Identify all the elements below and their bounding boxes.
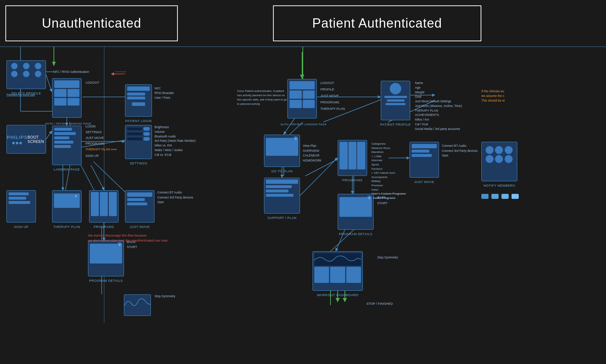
logout-auth-label: LOGOUT (320, 81, 334, 85)
programs-auth-screen: PROGRAMS (338, 140, 367, 176)
stop-symmetry-auth: Stop Symmetry (377, 256, 398, 260)
dot-1 (481, 194, 489, 199)
program-details-auth-screen: ✕ PROGRAM DETAILS (338, 194, 374, 230)
start-unauth-label: START (127, 245, 137, 249)
notify-label: NOTIFY MEMBERS (484, 184, 515, 187)
pathway-annotation: Pathway for home use (6, 93, 35, 97)
arrows-overlay (0, 0, 606, 364)
start-auth-label: START (377, 201, 388, 206)
profile-auth-label: PROFILE (320, 87, 334, 92)
dot-3 (501, 194, 509, 199)
just-move-auth-label: JUST MOVE (414, 180, 434, 184)
svg-line-32 (91, 165, 104, 190)
brightness-annotation: Brightness Volume Bluetooth Audio 3rd Pa… (154, 125, 195, 157)
go-to-plan-screen: ✕ GO TO PLAN (264, 135, 300, 167)
boot-screen-label: BOOT SCREEN (28, 135, 46, 144)
support-plan-label: SUPPORT / PLAN (267, 216, 296, 220)
svg-marker-27 (52, 62, 56, 66)
notify-screen: NOTIFY MEMBERS (481, 142, 517, 181)
therapy-plan-screen: ✕ THERAPY PLAN (52, 190, 82, 223)
auth-patient-label: AUTH / PATIENT LANDING PAGE (45, 122, 88, 125)
connect-bt-auth-annotation: Connect BT Audio Connect 3rd Party devic… (442, 144, 478, 158)
status-dots (481, 194, 519, 199)
boot-screen: PHILIPS BOOT SCREEN (6, 125, 46, 154)
nfc-rfid-annotation: NFC / RFID Authentication (53, 70, 89, 74)
svg-line-28 (46, 75, 52, 92)
stop-symmetry-unauth: Stop Symmetry (154, 294, 175, 299)
back-auth-label: BACK (377, 195, 386, 200)
clinician-note: If the clinician auwe assume the cThis s… (481, 89, 546, 103)
go-to-plan-label: GO TO PLAN (271, 169, 293, 173)
therapy-plan-auth-label: THERAPY PLAN (320, 107, 345, 111)
svg-line-29 (46, 131, 52, 139)
just-move-auth-screen: JUST MOVE (410, 142, 439, 178)
therapy-plan-label: THERAPY PLAN (54, 225, 80, 229)
programs-label: PROGRAMS (94, 225, 114, 229)
landing-page-label: LANDING PAGE (54, 168, 80, 171)
once-patient-annotation: Once Patient authenticates, if patient h… (237, 89, 289, 106)
login-menu-item: LOGIN (85, 124, 96, 129)
sign-up-menu-item: SIGN UP (85, 154, 99, 158)
connect-bt-unauth-annotation: Connect BT Audio Connect 3rd Party devic… (157, 190, 193, 205)
auth2-screen: AUTH / PATIENT LANDING PAGE (287, 79, 317, 118)
landing-page-screen: LANDING PAGE (52, 126, 82, 165)
just-move-auth-menu-label: JUST MOVE (320, 94, 339, 98)
patient-authenticated-header: Patient Authenticated (273, 5, 481, 41)
patient-login-screen: PATIENT LOGIN (125, 84, 152, 117)
patient-profile-screen: PATIENT PROFILE (381, 81, 410, 120)
settings-screen: SETTINGS (125, 125, 152, 159)
patient-profile-label: PATIENT PROFILE (380, 123, 411, 126)
auth-patient-screen: AUTH / PATIENT LANDING PAGE (52, 78, 82, 118)
just-move-label: JUST MOVE (130, 225, 150, 229)
profile-menu-annotation: Name Age Weight Goal Just Move Default S… (415, 81, 462, 131)
view-plan-annotation: View Plan OVERVIEW CALENDAR HOMEWORK (303, 144, 321, 163)
patient-login-label: PATIENT LOGIN (125, 119, 152, 123)
dot-2 (491, 194, 499, 199)
main-canvas: Unauthenticated Patient Authenticated SE… (0, 0, 606, 364)
program-details-unauth-screen: ✕ PROGRAM DETAILS (88, 241, 124, 276)
svg-line-36 (284, 118, 295, 134)
workout-unauth-screen (124, 294, 151, 316)
settings-screen-label: SETTINGS (130, 162, 147, 165)
dot-4 (512, 194, 519, 199)
settings-menu-item: SETTINGS (85, 130, 102, 135)
program-details-unauth-label: PROGRAM DETAILS (89, 279, 122, 283)
sign-up-screen: SIGN UP (6, 190, 36, 223)
auth2-label: AUTH / PATIENT LANDING PAGE (281, 123, 324, 126)
programs-auth-label: PROGRAMS (342, 178, 363, 182)
therapy-plan-menu-item: THERAPY PLAN ●●● (85, 147, 117, 152)
connectors-svg (0, 0, 606, 364)
stop-finished-label: STOP / FINISHED (366, 302, 393, 306)
svg-line-39 (300, 158, 337, 196)
nfc-text-annotation: NFC RFID Bracelet User / Pass (154, 86, 174, 100)
workout-dashboard-screen: WORKOUT DASHBOARD (313, 251, 363, 291)
categories-annotation: Categories: Distance Runs Marathon > 1 M… (371, 142, 406, 200)
workout-dashboard-label: WORKOUT DASHBOARD (317, 293, 358, 297)
programs-auth-menu-label: PROGRAMS (320, 100, 339, 105)
select-profile-screen: SELECT PROFILE (6, 60, 46, 89)
programs-screen: PROGRAMS (89, 190, 119, 223)
unauthenticated-header: Unauthenticated (5, 5, 178, 41)
support-plan-screen: SUPPORT / PLAN (264, 178, 300, 214)
just-move-menu-item: JUST MOVE (85, 136, 104, 140)
logout-unauth-label: LOGOUT (85, 80, 99, 85)
program-details-auth-label: PROGRAM DETAILS (339, 232, 372, 236)
just-move-screen: JUST MOVE (125, 190, 154, 223)
discourage-annotation: We want to discourage this flow becausew… (88, 233, 178, 243)
sign-up-label: SIGN UP (14, 225, 29, 229)
philips-logo: PHILIPS (7, 135, 28, 140)
programs-menu-item: PROGRAMS (85, 141, 105, 146)
